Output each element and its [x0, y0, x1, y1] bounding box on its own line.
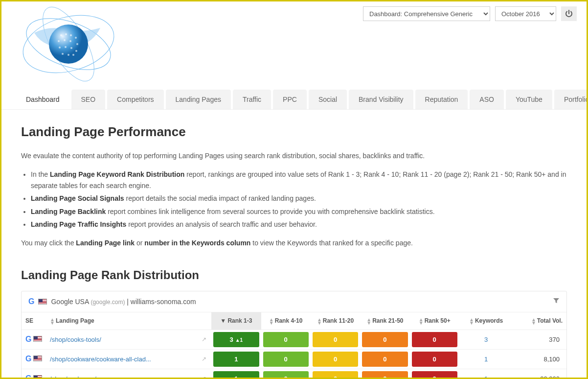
rank-50-value: 0: [412, 332, 457, 347]
tab-youtube[interactable]: YouTube: [506, 90, 552, 109]
table-engine-label: Google USA (google.com) | williams-sonom…: [51, 298, 196, 306]
svg-point-9: [64, 39, 66, 41]
svg-point-6: [70, 34, 72, 36]
tab-competitors[interactable]: Competitors: [107, 90, 163, 109]
rank-11-20-value: 0: [313, 352, 358, 367]
col-rank-11-20[interactable]: ▲▼Rank 11-20: [311, 312, 360, 330]
svg-point-18: [72, 54, 74, 56]
col-keywords[interactable]: ▲▼Keywords: [459, 312, 513, 330]
page-title: Landing Page Performance: [21, 124, 567, 140]
rank-11-20-value: 0: [313, 371, 358, 379]
rank-21-50-value: 0: [362, 332, 407, 347]
svg-point-8: [58, 40, 60, 42]
bullet-item: Landing Page Social Signals report detai…: [31, 193, 567, 204]
col-rank-21-50[interactable]: ▲▼Rank 21-50: [360, 312, 409, 330]
total-vol-value: 8,100: [513, 349, 566, 369]
col-total-vol[interactable]: ▲▼Total Vol.: [513, 312, 566, 330]
svg-point-3: [49, 24, 88, 64]
external-link-icon[interactable]: ↗: [202, 355, 206, 362]
intro-text: We evaulate the content authority of top…: [21, 150, 567, 161]
tab-seo[interactable]: SEO: [71, 90, 106, 109]
landing-page-link[interactable]: /shop/cooks-tools/: [50, 336, 101, 343]
rank-11-20-value: 0: [313, 332, 358, 347]
svg-point-13: [65, 46, 67, 48]
col-se[interactable]: SE: [22, 312, 46, 330]
tab-traffic[interactable]: Traffic: [233, 90, 271, 109]
logo: [20, 6, 117, 82]
total-vol-value: 22,200: [513, 369, 566, 379]
tab-social[interactable]: Social: [309, 90, 347, 109]
us-flag-icon: [33, 336, 42, 342]
svg-point-10: [69, 40, 71, 42]
bullet-item: Landing Page Traffic Insights report pro…: [31, 219, 567, 230]
rank-50-value: 0: [412, 371, 457, 379]
tab-dashboard[interactable]: Dashboard: [16, 90, 69, 109]
google-icon: G: [25, 374, 31, 379]
col-landing-page[interactable]: ▲▼Landing Page: [46, 312, 211, 330]
col-rank-1-3[interactable]: ▼ Rank 1-3: [211, 312, 261, 330]
rank-4-10-value: 0: [263, 332, 309, 347]
rank-4-10-value: 0: [263, 352, 309, 367]
rank-1-3-value: 3▲1: [213, 332, 259, 347]
landing-page-link[interactable]: /shop/cookware/cookware-all-clad...: [50, 355, 151, 363]
svg-point-15: [75, 50, 77, 52]
rank-21-50-value: 0: [362, 371, 407, 379]
rank-1-3-value: 1: [213, 352, 259, 367]
svg-point-17: [68, 54, 69, 56]
month-select[interactable]: October 2016: [495, 6, 556, 21]
svg-point-16: [62, 53, 64, 55]
us-flag-icon: [33, 375, 42, 379]
bullet-item: In the Landing Page Keyword Rank Distrib…: [31, 169, 567, 191]
tab-brand-visibility[interactable]: Brand Visibility: [349, 90, 413, 109]
svg-point-14: [70, 47, 72, 49]
svg-point-12: [59, 47, 61, 48]
rank-50-value: 0: [412, 352, 457, 367]
table-row: G /shop/cookware/↗10000122,200: [22, 369, 566, 379]
svg-point-4: [60, 34, 62, 36]
hint-text: You may click the Landing Page link or n…: [21, 237, 567, 248]
rank-1-3-value: 1: [213, 371, 259, 379]
google-icon: G: [28, 297, 34, 306]
total-vol-value: 370: [513, 330, 566, 349]
table-row: G /shop/cookware/cookware-all-clad...↗10…: [22, 349, 566, 369]
filter-icon[interactable]: [553, 297, 560, 306]
tab-aso[interactable]: ASO: [470, 90, 504, 109]
power-icon: [565, 10, 573, 18]
svg-point-11: [76, 43, 78, 45]
tab-portfolio[interactable]: Portfolio: [554, 90, 588, 109]
landing-page-link[interactable]: /shop/cookware/: [50, 375, 96, 379]
col-rank-50[interactable]: ▲▼Rank 50+: [410, 312, 459, 330]
external-link-icon[interactable]: ↗: [202, 375, 206, 379]
tab-ppc[interactable]: PPC: [273, 90, 307, 109]
us-flag-icon: [38, 299, 47, 305]
google-icon: G: [25, 335, 31, 343]
svg-point-5: [65, 33, 67, 35]
rank-21-50-value: 0: [362, 352, 407, 367]
tab-reputation[interactable]: Reputation: [415, 90, 468, 109]
col-rank-4-10[interactable]: ▲▼Rank 4-10: [261, 312, 311, 330]
svg-point-7: [75, 37, 77, 39]
rank-distribution-title: Landing Page Rank Distribution: [21, 268, 567, 282]
power-button[interactable]: [561, 6, 577, 21]
rank-4-10-value: 0: [263, 371, 309, 379]
google-icon: G: [25, 355, 31, 363]
us-flag-icon: [33, 355, 42, 361]
keywords-link[interactable]: 1: [484, 375, 488, 379]
keywords-link[interactable]: 3: [484, 336, 488, 343]
bullet-item: Landing Page Backlink report combines li…: [31, 206, 567, 217]
tab-landing-pages[interactable]: Landing Pages: [166, 90, 231, 109]
external-link-icon[interactable]: ↗: [202, 336, 206, 343]
keywords-link[interactable]: 1: [484, 355, 488, 363]
table-row: G /shop/cooks-tools/↗3▲100003370: [22, 330, 566, 349]
dashboard-select[interactable]: Dashboard: Comprehensive Generic: [363, 6, 490, 21]
